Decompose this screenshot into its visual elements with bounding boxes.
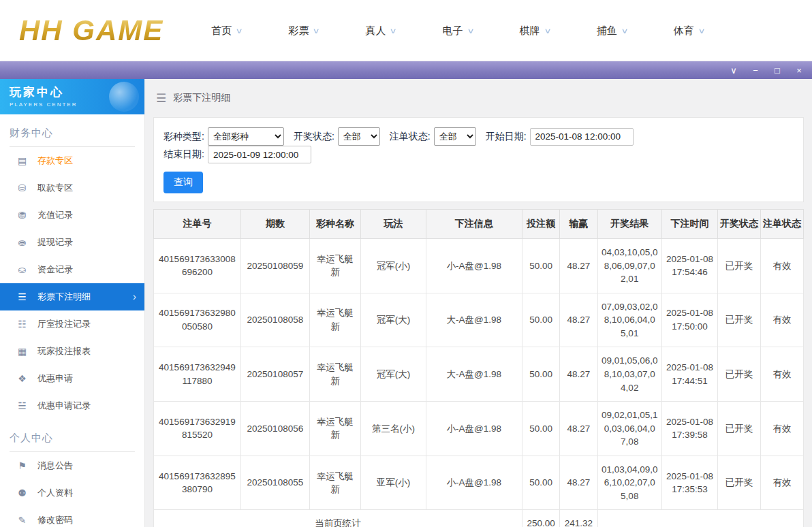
cell-play: 第三名(小) xyxy=(361,402,426,456)
sidebar-item-label: 个人资料 xyxy=(37,487,73,499)
chevron-down-icon: ∨ xyxy=(544,27,551,35)
start-date-input[interactable] xyxy=(530,128,634,146)
sidebar-item-profile[interactable]: ⚉ 个人资料 xyxy=(0,479,144,507)
page-title: 彩票下注明细 xyxy=(173,92,230,104)
cell-bet-time: 2025-01-08 17:54:46 xyxy=(661,239,717,293)
sidebar-item-label: 存款专区 xyxy=(37,155,73,167)
col-header-draw-status: 开奖状态 xyxy=(718,210,761,239)
col-header-win-loss: 输赢 xyxy=(560,210,597,239)
sidebar-item-recharge-records[interactable]: ⛃ 充值记录 xyxy=(0,202,144,229)
cell-order-no: 401569173632980050580 xyxy=(154,293,241,347)
sidebar-item-lottery-bet-details[interactable]: ☰ 彩票下注明细 › xyxy=(0,283,144,310)
sidebar-item-withdraw[interactable]: ⛁ 取款专区 xyxy=(0,174,144,202)
end-date-input[interactable] xyxy=(208,146,311,163)
cell-bet-time: 2025-01-08 17:39:58 xyxy=(661,402,717,456)
cell-order-no: 401569173632949117880 xyxy=(154,347,241,402)
nav-item-live[interactable]: 真人 ∨ xyxy=(365,25,396,37)
sidebar-item-label: 厅室投注记录 xyxy=(37,318,91,330)
col-header-issue: 期数 xyxy=(240,210,309,239)
summary-row-current-page: 当前页统计 250.00 241.32 xyxy=(154,510,804,527)
search-button[interactable]: 查询 xyxy=(163,172,203,193)
nav-item-home[interactable]: 首页 ∨ xyxy=(211,25,242,37)
cell-lottery: 幸运飞艇新 xyxy=(309,402,360,456)
draw-status-select[interactable]: 全部 xyxy=(338,127,380,146)
sidebar-item-promo-apply-records[interactable]: ☱ 优惠申请记录 xyxy=(0,392,144,419)
cash-icon: ⛁ xyxy=(16,182,28,193)
sidebar-item-messages[interactable]: ⚑ 消息公告 xyxy=(0,452,144,479)
decorative-sphere xyxy=(109,82,139,112)
section-title-personal: 个人中心 xyxy=(10,432,135,452)
cell-order-status: 有效 xyxy=(760,239,803,293)
cell-lottery: 幸运飞艇新 xyxy=(309,293,360,347)
chevron-down-icon: ∨ xyxy=(698,27,705,35)
chevron-down-icon: ∨ xyxy=(313,27,320,35)
coins-icon: ⛃ xyxy=(16,210,28,221)
col-header-order-status: 注单状态 xyxy=(760,210,803,239)
cell-result: 04,03,10,05,08,06,09,07,02,01 xyxy=(597,239,661,293)
hamburger-menu-icon[interactable]: ☰ xyxy=(156,91,166,106)
table-row: 401569173633008696200 20250108059 幸运飞艇新 … xyxy=(154,239,804,293)
cell-play: 冠军(大) xyxy=(361,347,426,402)
nav-item-cards[interactable]: 棋牌 ∨ xyxy=(520,25,550,37)
col-header-play: 玩法 xyxy=(361,210,426,239)
lottery-type-select[interactable]: 全部彩种 xyxy=(208,127,284,146)
col-header-bet-amount: 投注额 xyxy=(522,210,559,239)
sidebar-item-label: 消息公告 xyxy=(37,460,73,472)
cell-issue: 20250108058 xyxy=(240,293,309,347)
cell-bet-amount: 50.00 xyxy=(522,402,559,456)
col-header-bet-info: 下注信息 xyxy=(426,210,522,239)
cell-bet-info: 大-A盘@1.98 xyxy=(426,293,522,347)
summary-win-loss: 241.32 xyxy=(560,510,597,527)
summary-label: 当前页统计 xyxy=(154,510,522,527)
cell-bet-info: 大-A盘@1.98 xyxy=(426,347,522,402)
cell-draw-status: 已开奖 xyxy=(718,293,761,347)
cell-bet-info: 小-A盘@1.98 xyxy=(426,239,522,293)
cell-order-no: 401569173632919815520 xyxy=(154,402,241,456)
nav-item-slots[interactable]: 电子 ∨ xyxy=(443,25,473,37)
chevron-down-icon: ∨ xyxy=(390,27,397,35)
window-titlebar: ∨ − □ × xyxy=(0,61,812,79)
nav-item-sports[interactable]: 体育 ∨ xyxy=(674,25,704,37)
nav-item-label: 真人 xyxy=(365,25,386,37)
bet-details-table: 注单号 期数 彩种名称 玩法 下注信息 投注额 输赢 开奖结果 下注时间 开奖状… xyxy=(153,209,804,527)
sidebar-header: 玩家中心 PLAYERS CENTER xyxy=(0,79,144,114)
main-nav: 首页 ∨ 彩票 ∨ 真人 ∨ 电子 ∨ 棋牌 ∨ 捕鱼 ∨ 体育 ∨ xyxy=(211,25,704,37)
col-header-draw-result: 开奖结果 xyxy=(597,210,661,239)
sidebar-item-withdrawal-records[interactable]: ⛂ 提现记录 xyxy=(0,229,144,256)
cell-win-loss: 48.27 xyxy=(560,456,597,510)
start-date-label: 开始日期: xyxy=(486,131,527,143)
cell-lottery: 幸运飞艇新 xyxy=(309,239,360,293)
cell-draw-status: 已开奖 xyxy=(718,402,761,456)
table-row: 401569173632949117880 20250108057 幸运飞艇新 … xyxy=(154,347,804,402)
cell-result: 09,01,05,06,08,10,03,07,04,02 xyxy=(597,347,661,402)
order-status-select[interactable]: 全部 xyxy=(434,127,476,146)
sidebar-item-deposit[interactable]: ▤ 存款专区 xyxy=(0,147,144,174)
window-minimize-icon[interactable]: − xyxy=(751,66,760,75)
section-title-finance: 财务中心 xyxy=(10,127,135,147)
window-maximize-icon[interactable]: □ xyxy=(772,66,782,75)
chevron-down-icon: ∨ xyxy=(621,27,628,35)
table-row: 401569173632895380790 20250108055 幸运飞艇新 … xyxy=(154,456,804,510)
window-close-icon[interactable]: × xyxy=(794,66,804,75)
summary-empty xyxy=(597,510,803,527)
sidebar-item-player-bet-report[interactable]: ▦ 玩家投注报表 xyxy=(0,338,144,365)
cell-win-loss: 48.27 xyxy=(560,402,597,456)
cell-order-status: 有效 xyxy=(760,293,803,347)
chevron-down-icon: ∨ xyxy=(467,27,474,35)
sidebar-item-change-password[interactable]: ✎ 修改密码 xyxy=(0,507,144,527)
filter-panel: 彩种类型: 全部彩种 开奖状态: 全部 注单状态: 全部 xyxy=(153,117,804,202)
nav-item-fishing[interactable]: 捕鱼 ∨ xyxy=(597,25,627,37)
sidebar-item-hall-bet-records[interactable]: ☷ 厅室投注记录 xyxy=(0,310,144,338)
sidebar-item-label: 优惠申请记录 xyxy=(37,400,91,412)
col-header-lottery-name: 彩种名称 xyxy=(309,210,360,239)
sidebar-item-funds-records[interactable]: ⛀ 资金记录 xyxy=(0,256,144,283)
nav-item-lottery[interactable]: 彩票 ∨ xyxy=(288,25,319,37)
cell-bet-info: 小-A盘@1.98 xyxy=(426,456,522,510)
breadcrumb: ☰ 彩票下注明细 xyxy=(145,79,812,117)
lottery-type-label: 彩种类型: xyxy=(163,131,204,143)
nav-item-label: 棋牌 xyxy=(520,25,540,37)
cell-order-no: 401569173632895380790 xyxy=(154,456,241,510)
cell-bet-time: 2025-01-08 17:44:51 xyxy=(661,347,717,402)
sidebar-item-promo-apply[interactable]: ❖ 优惠申请 xyxy=(0,365,144,392)
window-collapse-icon[interactable]: ∨ xyxy=(729,66,738,75)
